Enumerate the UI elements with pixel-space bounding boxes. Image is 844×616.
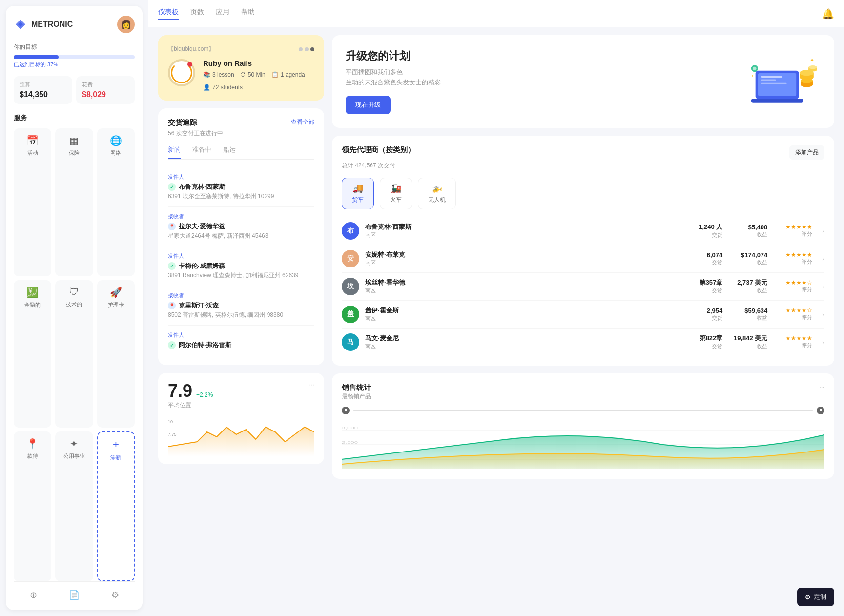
delivery-title: 交货追踪 (168, 118, 197, 127)
course-url-text: 【biqubiqu.com】 (168, 45, 214, 53)
slider-left-thumb[interactable]: ⏸ (342, 407, 350, 414)
customize-button[interactable]: ⚙ 定制 (797, 588, 834, 606)
vehicle-tab-train[interactable]: 🚂 火车 (380, 178, 412, 209)
delivery-header: 交货追踪 查看全部 (168, 118, 314, 127)
slider-right-thumb[interactable]: ⏸ (817, 407, 824, 414)
sales-title: 销售统计 最畅销产品 (342, 383, 371, 401)
agent-amount-1: $174,074 收益 (728, 251, 767, 266)
content: 【biqubiqu.com】 Ruby on Rails (148, 27, 844, 616)
agent-region-1: 南区 (365, 259, 682, 267)
agent-arrow-2[interactable]: › (822, 283, 824, 290)
sales-title-text: 销售统计 (342, 383, 371, 392)
agent-info-2: 埃丝特·霍华德 南区 (365, 278, 682, 294)
name-0: ✓ 布鲁克林·西蒙斯 (168, 183, 314, 191)
add-product-button[interactable]: 添加产品 (789, 145, 824, 160)
layers-icon[interactable]: ⊕ (30, 590, 37, 600)
agent-arrow-1[interactable]: › (822, 255, 824, 263)
insurance-icon: ▦ (69, 135, 79, 146)
nav-dashboard[interactable]: 仪表板 (158, 8, 179, 20)
svg-rect-5 (761, 79, 776, 81)
delivery-tabs: 新的 准备中 船运 (168, 145, 314, 160)
vehicle-tab-truck[interactable]: 🚚 货车 (342, 178, 374, 209)
delivery-icon-1: 📍 (168, 223, 176, 230)
service-public[interactable]: ✦ 公用事业 (55, 431, 93, 581)
agent-info-4: 马文·麦金尼 南区 (365, 334, 682, 350)
agent-info-1: 安妮特·布莱克 南区 (365, 250, 682, 267)
train-icon: 🚂 (391, 183, 401, 194)
topnav: 仪表板 页数 应用 帮助 🔔 (148, 0, 844, 27)
host-icon: 📍 (26, 438, 39, 450)
sales-dots[interactable]: ··· (819, 383, 824, 390)
service-care[interactable]: 🚀 护理卡 (97, 280, 135, 428)
svg-point-16 (808, 65, 817, 69)
svg-rect-7 (751, 99, 803, 102)
svg-text:2,500: 2,500 (342, 440, 358, 444)
tab-preparing[interactable]: 准备中 (192, 145, 211, 159)
agent-info-3: 盖伊·霍金斯 南区 (365, 306, 682, 322)
agent-arrow-3[interactable]: › (822, 310, 824, 318)
agent-row-2: 埃 埃丝特·霍华德 南区 第357章 交货 2,737 美元 收益 (342, 273, 824, 301)
slider-track[interactable] (353, 410, 813, 411)
agents-header: 领先代理商（按类别） 添加产品 (342, 145, 824, 160)
settings-icon[interactable]: ⚙ (111, 590, 119, 600)
col-right: 升级您的计划 平面插图和我们多色 生动的未混合紫色头发女士的精彩 现在升级 (332, 35, 834, 608)
agent-rating-4: ★★★★★ 评分 (773, 335, 812, 349)
lesson-text: 3 lesson (212, 71, 234, 78)
agent-arrow-0[interactable]: › (822, 227, 824, 235)
svg-text:3,000: 3,000 (342, 425, 358, 430)
svg-text:7.75: 7.75 (168, 432, 177, 437)
public-icon: ✦ (70, 438, 78, 450)
name-3: 📍 克里斯汀·沃森 (168, 301, 314, 310)
service-add[interactable]: + 添新 (97, 431, 135, 581)
service-finance[interactable]: 💹 金融的 (14, 280, 51, 428)
care-icon: 🚀 (110, 287, 122, 298)
agent-name-1: 安妮特·布莱克 (365, 250, 682, 259)
network-icon: 🌐 (110, 135, 122, 146)
name-1: 📍 拉尔夫·爱德华兹 (168, 222, 314, 231)
avg-label: 平均位置 (168, 401, 213, 410)
students-icon: 👤 (203, 84, 210, 91)
trend-value: +2.2% (196, 391, 213, 398)
meta-lesson: 📚 3 lesson (203, 71, 234, 78)
receipt-icon[interactable]: 📄 (69, 590, 80, 600)
agent-info-0: 布鲁克林·西蒙斯 南区 (365, 223, 682, 239)
agent-region-4: 南区 (365, 343, 682, 350)
expense-label: 花费 (82, 81, 129, 88)
time-text: 50 Min (248, 71, 266, 78)
vehicle-tab-drone[interactable]: 🚁 无人机 (418, 178, 456, 209)
service-public-label: 公用事业 (63, 452, 85, 460)
notification-icon[interactable]: 🔔 (822, 8, 834, 20)
agents-card: 领先代理商（按类别） 添加产品 总计 424,567 次交付 🚚 货车 🚂 火车… (332, 136, 834, 366)
topnav-links: 仪表板 页数 应用 帮助 (158, 8, 255, 20)
course-dots (299, 47, 314, 51)
service-activity-label: 活动 (27, 149, 38, 157)
service-activity[interactable]: 📅 活动 (14, 128, 51, 276)
nav-pages[interactable]: 页数 (190, 8, 204, 20)
svg-point-18 (753, 67, 756, 70)
delivery-item-4: 发件人 ✓ 阿尔伯特·弗洛雷斯 (168, 326, 314, 355)
logo: METRONIC (14, 18, 73, 31)
service-tech[interactable]: 🛡 技术的 (55, 280, 93, 428)
vehicle-tabs: 🚚 货车 🚂 火车 🚁 无人机 (342, 178, 824, 209)
tab-shipping[interactable]: 船运 (223, 145, 236, 159)
nav-help[interactable]: 帮助 (241, 8, 255, 20)
service-network[interactable]: 🌐 网络 (97, 128, 135, 276)
agenda-icon: 📋 (271, 71, 279, 78)
nav-apps[interactable]: 应用 (216, 8, 229, 20)
agent-amount-3: $59,634 收益 (728, 307, 767, 322)
drone-icon: 🚁 (432, 183, 442, 194)
dot2 (305, 47, 309, 51)
upgrade-button[interactable]: 现在升级 (346, 96, 391, 114)
service-host[interactable]: 📍 款待 (14, 431, 51, 581)
stats-card: 7.9 +2.2% 平均位置 ··· (158, 373, 324, 464)
goal-label: 你的目标 (14, 43, 135, 51)
agent-row-1: 安 安妮特·布莱克 南区 6,074 交货 $174,074 收益 (342, 245, 824, 273)
service-insurance[interactable]: ▦ 保险 (55, 128, 93, 276)
stats-dots[interactable]: ··· (309, 381, 314, 388)
tab-new[interactable]: 新的 (168, 145, 181, 159)
avatar[interactable]: 👩 (117, 16, 135, 33)
agent-name-4: 马文·麦金尼 (365, 334, 682, 343)
agent-arrow-4[interactable]: › (822, 338, 824, 346)
svg-text:10: 10 (168, 419, 173, 424)
delivery-view-all[interactable]: 查看全部 (291, 118, 314, 126)
